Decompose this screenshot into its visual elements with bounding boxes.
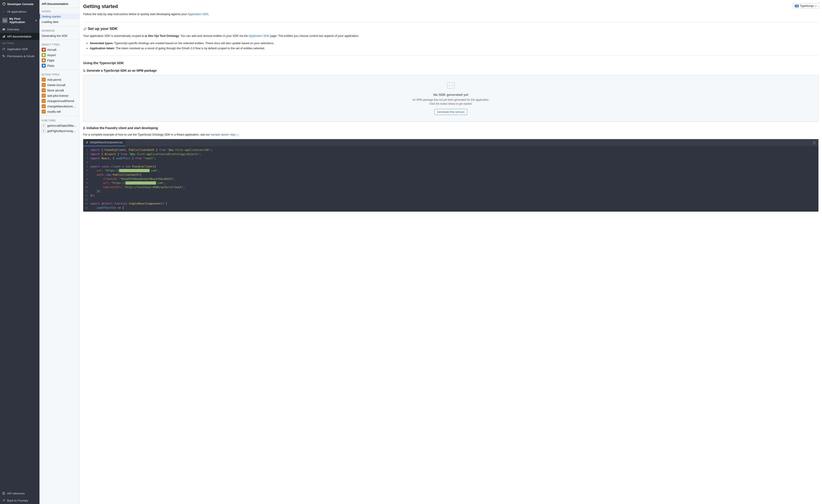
nav-item-label: API documentation [7,35,31,38]
code-content: }), [90,189,102,193]
doc-nav-item-label: Delete Aircraft [47,83,65,87]
language-selector-label: TypeScript [800,4,814,8]
doc-nav-item[interactable]: Add permit [39,77,79,82]
doc-nav-item[interactable]: Delete Aircraft [39,82,79,88]
app-icon [2,18,8,23]
svg-rect-15 [813,142,815,144]
application-sdk-page-link[interactable]: Application SDK [249,34,269,37]
svg-rect-13 [43,65,45,67]
doc-nav-item-label: Loading data [42,20,58,23]
code-tab-filename: SimpleReactComponent.tsx [90,141,123,144]
svg-rect-16 [814,141,815,142]
sdk-aspects-list: Generated types: Typescript-specific bin… [90,41,818,51]
svg-rect-4 [3,37,3,37]
step-2-heading: 2. Initialize the Foundry client and sta… [83,126,818,130]
generate-first-version-button[interactable]: Generate first version [434,109,467,115]
doc-nav-item-label: changeManufactureDate [47,105,77,108]
action-type-icon [42,99,46,103]
code-line: 1import { FoundryClient, PublicClientAut… [83,148,818,152]
doc-nav-item-label: getFlightsByArrivingAirportC… [47,129,77,133]
doc-nav-item[interactable]: Move aircraft [39,88,79,93]
svg-rect-14 [447,82,454,88]
doc-nav-item[interactable]: modify wifi [39,109,79,114]
code-content: redirectUrl: "http://localhost:8080/auth… [90,185,185,189]
all-applications-link[interactable]: ← All applications [0,8,39,15]
code-line: 14export default function SimpleReactCom… [83,202,818,206]
nav-item-back-to-foundry[interactable]: Back to Foundry [0,497,39,504]
book-icon [2,492,5,495]
doc-nav-item-label: Add permit [47,78,61,81]
doc-nav-sidebar: API Documentation GUIDESGetting startedL… [39,0,80,504]
settings-section-label: SETTINGS [0,40,39,45]
application-sdk-link[interactable]: Application SDK [187,12,208,16]
doc-nav-section-label: ACTION TYPES [39,71,79,77]
doc-nav-section-label: FUNCTIONS [39,117,79,123]
doc-nav-item-label: add-pilot-license [47,94,68,97]
no-sdk-title: No SDK generated yet [90,93,812,96]
nav-item-api-reference[interactable]: API reference [0,490,39,497]
code-content: url: "https://███████████████████.com", [90,181,166,185]
primary-sidebar: Developer Console ← All applications My … [0,0,39,504]
code-example-card: 🗎 SimpleReactComponent.tsx 1import { Fou… [83,139,818,211]
code-line: 9 url: "https://███████████████████.com"… [83,181,818,185]
code-placeholder-icon [90,82,812,90]
doc-nav-section-label: GUIDES [39,8,79,14]
nav-item-label: Overview [7,28,19,31]
line-number: 1 [83,148,90,152]
nav-item-overview[interactable]: Overview [0,26,39,33]
doc-nav-section-label: ADVANCED [39,27,79,33]
code-content: auth: new PublicClientAuth({ [90,173,141,177]
code-line: 13 [83,198,818,202]
clipboard-icon [813,141,816,144]
doc-nav-item-label: changeAircraftPermit [47,99,74,103]
line-number: 6 [83,168,90,173]
step-2-paragraph: For a complete example of how to use the… [83,132,818,137]
ontology-badge: ◈Dev Opi Test Ontology [145,34,179,38]
language-selector[interactable]: TS TypeScript ▼ [793,3,819,9]
line-number: 8 [83,177,90,181]
doc-nav-item[interactable]: Aircraft [39,47,79,52]
current-app-selector[interactable]: My First Application ▼ [0,15,39,26]
code-tabs: 🗎 SimpleReactComponent.tsx [83,139,818,146]
doc-nav-title: API Documentation [39,0,79,8]
doc-nav-item[interactable]: fxgetAircraftDateOfManufacture [39,123,79,128]
step-1-heading: 1. Generate a TypeScript SDK as an NPM p… [83,69,818,72]
code-line: 4 [83,160,818,164]
link-icon: 🔗 [83,27,87,31]
setup-sdk-paragraph: Your application SDK is automatically sc… [83,34,818,38]
code-content: import { Airport } from "@my-first-appli… [90,152,201,156]
code-tab-active[interactable]: 🗎 SimpleReactComponent.tsx [83,139,125,146]
line-number: 5 [83,164,90,169]
divider [83,22,818,22]
file-icon: 🗎 [86,141,88,144]
copy-code-button[interactable] [812,140,817,146]
nav-item-permissions-oauth[interactable]: Permissions & OAuth [0,53,39,60]
nav-item-application-sdk[interactable]: Application SDK [0,45,39,53]
nav-item-api-documentation[interactable]: API documentation [0,33,39,40]
typescript-badge-icon: TS [795,5,799,7]
doc-nav-item-label: Airport [47,53,56,57]
doc-nav-item-label: Getting started [42,15,61,18]
doc-nav-item[interactable]: Airport [39,52,79,58]
page-title: Getting started [83,4,818,9]
doc-nav-item[interactable]: Generating the SDK [39,33,79,38]
cube-icon: ◈ [145,34,147,38]
doc-nav-item-label: modify wifi [47,110,61,113]
doc-nav-item[interactable]: Loading data [39,19,79,24]
doc-nav-item[interactable]: add-pilot-license [39,93,79,98]
doc-nav-item[interactable]: fxgetFlightsByArrivingAirportC… [39,128,79,133]
doc-nav-item[interactable]: changeManufactureDate [39,104,79,109]
line-number: 10 [83,185,90,189]
doc-nav-item-label: getAircraftDateOfManufacture [47,124,77,127]
sdk-aspect-item: Application token: The token received as… [90,46,818,51]
doc-nav-item[interactable]: Getting started [39,14,79,19]
console-title-text: Developer Console [7,2,33,6]
doc-nav-item[interactable]: Flight [39,58,79,63]
doc-nav-item[interactable]: Pilots [39,63,79,68]
code-line: 5export const client = new FoundryClient… [83,164,818,169]
chevron-down-icon: ▼ [815,5,817,7]
doc-nav-item[interactable]: changeAircraftPermit [39,98,79,104]
doc-nav-item-label: Aircraft [47,48,56,51]
sample-starter-repo-link[interactable]: sample starter repo ↗ [211,133,238,136]
object-type-icon [42,64,46,68]
